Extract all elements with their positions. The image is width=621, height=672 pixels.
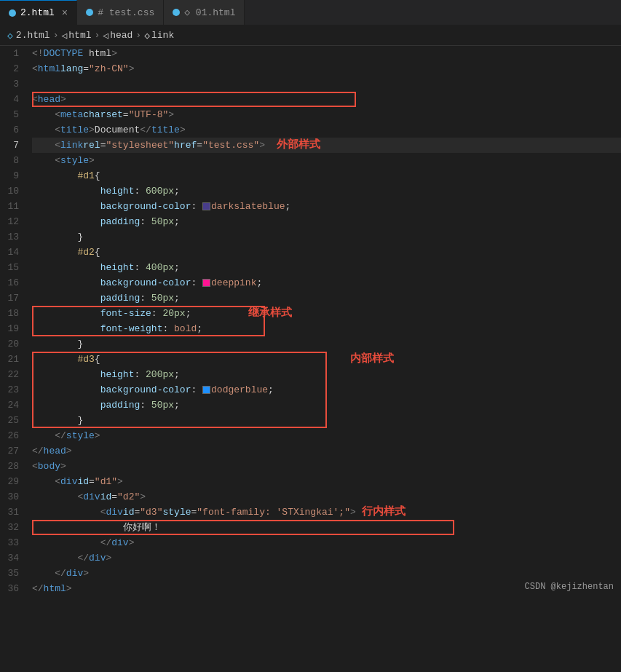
code-line-1: <!DOCTYPE html> [32, 46, 621, 61]
line-num-29: 29 [0, 474, 23, 489]
line-num-17: 17 [0, 290, 23, 306]
line-num-35: 35 [0, 566, 23, 581]
line-num-2: 2 [0, 61, 23, 76]
code-line-24: ____________padding: 50px; [32, 398, 621, 413]
code-line-11: ____________background-color: darkslateb… [32, 199, 621, 214]
line-num-21: 21 [0, 352, 23, 367]
html-icon2 [173, 9, 180, 16]
code-line-5: ____<meta charset="UTF-8"> [32, 107, 621, 122]
code-line-6: ____<title>Document</title> [32, 122, 621, 138]
code-line-13: ________} [32, 229, 621, 245]
line-num-31: 31 [0, 505, 23, 520]
line-num-34: 34 [0, 550, 23, 566]
line-num-28: 28 [0, 459, 23, 474]
line-num-8: 8 [0, 153, 23, 168]
code-line-21: ________#d3{ 内部样式 [32, 352, 621, 367]
line-num-24: 24 [0, 398, 23, 413]
breadcrumb-file-icon: ◇ [7, 30, 13, 41]
breadcrumb-item-link[interactable]: ◇ link [144, 30, 174, 41]
code-line-15: ____________height: 400px; [32, 260, 621, 275]
code-line-12: ____________padding: 50px; [32, 214, 621, 229]
line-num-20: 20 [0, 336, 23, 352]
code-container: 1 2 3 4 5 6 7 8 9 10 11 12 13 14 15 16 1… [0, 46, 621, 596]
code-line-28: <body> [32, 459, 621, 474]
code-line-2: <html lang="zh-CN"> [32, 61, 621, 76]
code-line-27: </head> [32, 443, 621, 459]
line-num-32: 32 [0, 520, 23, 535]
breadcrumb: ◇ 2.html › ◁ html › ◁ head › ◇ link [0, 25, 621, 46]
line-num-33: 33 [0, 535, 23, 550]
code-lines[interactable]: <!DOCTYPE html> <html lang="zh-CN"> <hea… [29, 46, 621, 596]
line-num-30: 30 [0, 489, 23, 505]
line-numbers: 1 2 3 4 5 6 7 8 9 10 11 12 13 14 15 16 1… [0, 46, 29, 596]
code-line-9: ________#d1{ [32, 168, 621, 183]
line-num-19: 19 [0, 321, 23, 336]
code-line-20: ________} [32, 336, 621, 352]
code-line-25: ________} [32, 413, 621, 428]
line-num-10: 10 [0, 183, 23, 199]
line-num-9: 9 [0, 168, 23, 183]
code-line-29: ____<div id="d1"> [32, 474, 621, 489]
head-bc-icon: ◁ [103, 30, 108, 41]
line-num-11: 11 [0, 199, 23, 214]
code-line-31: ____________<div id="d3" style="font-fam… [32, 505, 621, 520]
line-num-15: 15 [0, 260, 23, 275]
code-line-35: ____</div> [32, 566, 621, 581]
code-area: 1 2 3 4 5 6 7 8 9 10 11 12 13 14 15 16 1… [0, 46, 621, 596]
breadcrumb-item-html[interactable]: ◁ html [61, 30, 91, 41]
code-line-22: ____________height: 200px; [32, 367, 621, 382]
line-num-14: 14 [0, 245, 23, 260]
code-line-7: ____<link rel="stylesheet" href="test.cs… [32, 138, 621, 153]
line-num-3: 3 [0, 76, 23, 92]
code-line-16: ____________background-color: deeppink; [32, 275, 621, 290]
tab-2html[interactable]: 2.html × [0, 0, 77, 25]
css-icon [86, 9, 93, 16]
code-line-23: ____________background-color: dodgerblue… [32, 382, 621, 398]
line-num-4: 4 [0, 92, 23, 107]
line-num-5: 5 [0, 107, 23, 122]
line-num-1: 1 [0, 46, 23, 61]
line-num-18: 18 [0, 306, 23, 321]
tab-testcss-label: # test.css [98, 7, 154, 18]
watermark: CSDN @kejizhentan [525, 582, 614, 592]
breadcrumb-item-file[interactable]: 2.html [16, 30, 50, 41]
code-line-33: ____________</div> [32, 535, 621, 550]
line-num-23: 23 [0, 382, 23, 398]
code-line-14: ________#d2{ [32, 245, 621, 260]
link-bc-icon: ◇ [144, 30, 150, 41]
html-bc-icon: ◁ [61, 30, 67, 41]
line-num-36: 36 [0, 581, 23, 596]
tab-bar: 2.html × # test.css ◇ 01.html [0, 0, 621, 25]
line-num-25: 25 [0, 413, 23, 428]
code-line-32: ________________你好啊！ [32, 520, 621, 535]
close-icon[interactable]: × [62, 8, 68, 18]
line-num-6: 6 [0, 122, 23, 138]
line-num-13: 13 [0, 229, 23, 245]
code-line-4: <head> [32, 92, 621, 107]
code-line-26: ____</style> [32, 428, 621, 443]
tab-01html[interactable]: ◇ 01.html [164, 0, 245, 25]
code-line-8: ____<style> [32, 153, 621, 168]
code-line-3 [32, 76, 621, 92]
line-num-12: 12 [0, 214, 23, 229]
line-num-26: 26 [0, 428, 23, 443]
html-icon [9, 9, 16, 17]
line-num-27: 27 [0, 443, 23, 459]
breadcrumb-item-head[interactable]: ◁ head [103, 30, 132, 41]
code-line-30: ________<div id="d2"> [32, 489, 621, 505]
code-line-17: ____________padding: 50px; [32, 290, 621, 306]
line-num-22: 22 [0, 367, 23, 382]
code-line-18: ____________font-size: 20px; 继承样式 [32, 306, 621, 321]
code-line-34: ________</div> [32, 550, 621, 566]
tab-01html-label: ◇ 01.html [184, 7, 235, 18]
tab-testcss[interactable]: # test.css [77, 0, 164, 25]
tab-2html-label: 2.html [20, 7, 55, 18]
code-line-19: ____________font-weight: bold; [32, 321, 621, 336]
line-num-7: 7 [0, 138, 23, 153]
code-line-10: ____________height: 600px; [32, 183, 621, 199]
line-num-16: 16 [0, 275, 23, 290]
